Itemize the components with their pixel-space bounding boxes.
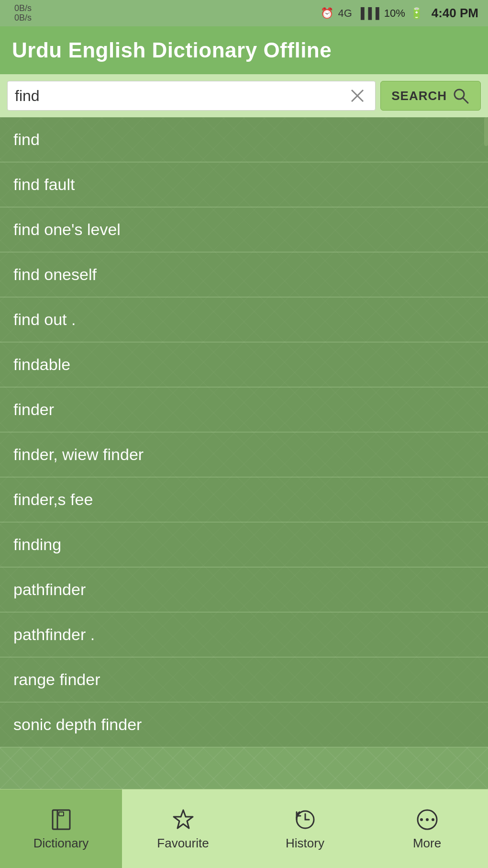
battery-icon: 🔋 xyxy=(410,7,423,20)
list-item[interactable]: find oneself xyxy=(0,252,488,297)
app-header: Urdu English Dictionary Offline xyxy=(0,26,488,74)
clear-button[interactable] xyxy=(347,85,368,106)
list-item-text: range finder xyxy=(13,670,100,689)
search-input[interactable] xyxy=(15,87,347,105)
list-item-text: finder,s fee xyxy=(13,490,93,509)
data-speed: 0B/s 0B/s xyxy=(14,4,32,23)
nav-label-more: More xyxy=(413,836,441,851)
list-item-text: findable xyxy=(13,355,70,374)
list-item-text: pathfinder xyxy=(13,580,86,599)
list-item[interactable]: find one's level xyxy=(0,207,488,252)
search-bar: SEARCH xyxy=(0,74,488,117)
search-icon xyxy=(452,87,470,105)
list-item-text: finder xyxy=(13,400,54,419)
nav-item-history[interactable]: History xyxy=(244,789,366,868)
list-item[interactable]: findable xyxy=(0,342,488,387)
nav-item-favourite[interactable]: Favourite xyxy=(122,789,244,868)
battery-percentage: 10% xyxy=(384,7,405,20)
nav-label-favourite: Favourite xyxy=(157,836,209,851)
list-container: findfind faultfind one's levelfind onese… xyxy=(0,117,488,789)
alarm-icon: ⏰ xyxy=(321,7,333,20)
list-item-text: finding xyxy=(13,535,61,554)
svg-point-12 xyxy=(432,818,434,821)
list-item-text: find xyxy=(13,130,40,149)
search-button[interactable]: SEARCH xyxy=(380,81,481,111)
list-item[interactable]: finding xyxy=(0,522,488,567)
svg-marker-7 xyxy=(174,810,193,828)
list-item[interactable]: finder, wiew finder xyxy=(0,432,488,477)
favourite-icon xyxy=(171,807,196,832)
status-bar: 0B/s 0B/s ⏰ 4G ▐▐▐ 10% 🔋 4:40 PM xyxy=(0,0,488,26)
signal-bars-icon: ▐▐▐ xyxy=(357,7,379,20)
time-display: 4:40 PM xyxy=(432,6,478,21)
dictionary-icon xyxy=(49,807,74,832)
list-item-text: find fault xyxy=(13,175,75,194)
more-icon xyxy=(415,807,440,832)
svg-line-3 xyxy=(463,98,468,103)
nav-label-dictionary: Dictionary xyxy=(33,836,89,851)
nav-item-dictionary[interactable]: Dictionary xyxy=(0,789,122,868)
svg-rect-4 xyxy=(53,810,70,829)
svg-rect-6 xyxy=(59,812,64,816)
list-item[interactable]: finder xyxy=(0,387,488,432)
history-icon xyxy=(293,807,318,832)
list-item[interactable]: find fault xyxy=(0,162,488,207)
nav-label-history: History xyxy=(286,836,324,851)
list-item[interactable]: sonic depth finder xyxy=(0,702,488,747)
list-item-text: find out . xyxy=(13,310,76,329)
list-item[interactable]: find xyxy=(0,117,488,162)
list-item[interactable]: finder,s fee xyxy=(0,477,488,522)
list-item-text: find oneself xyxy=(13,265,97,284)
list-item-text: finder, wiew finder xyxy=(13,445,144,464)
svg-point-11 xyxy=(426,818,429,821)
search-label: SEARCH xyxy=(391,89,447,103)
search-input-container xyxy=(7,81,376,111)
nav-item-more[interactable]: More xyxy=(366,789,488,868)
list-item[interactable]: find out . xyxy=(0,297,488,342)
list-item-text: pathfinder . xyxy=(13,625,95,644)
app-title: Urdu English Dictionary Offline xyxy=(12,38,332,62)
bottom-nav: Dictionary Favourite History More xyxy=(0,789,488,868)
list-item-text: find one's level xyxy=(13,220,121,239)
status-icons: ⏰ 4G ▐▐▐ 10% 🔋 4:40 PM xyxy=(321,6,478,21)
list-item[interactable]: pathfinder xyxy=(0,567,488,612)
list-item[interactable]: pathfinder . xyxy=(0,612,488,657)
svg-point-10 xyxy=(420,818,423,821)
list-item[interactable]: range finder xyxy=(0,657,488,702)
list-item-text: sonic depth finder xyxy=(13,715,142,734)
signal-icon: 4G xyxy=(338,7,352,20)
